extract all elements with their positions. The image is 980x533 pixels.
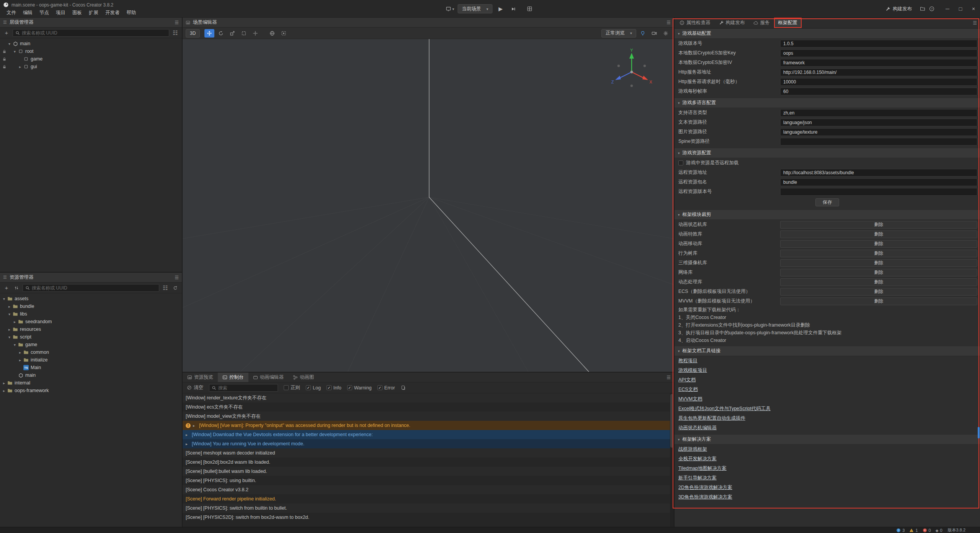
field-input-游戏每秒帧率[interactable] bbox=[780, 88, 977, 95]
menu-item-帮助[interactable]: 帮助 bbox=[123, 9, 140, 17]
play-button[interactable]: ▶ bbox=[496, 4, 505, 13]
field-input-远程资源版本号[interactable] bbox=[780, 188, 977, 196]
camera-settings-button[interactable] bbox=[649, 29, 659, 38]
collapse-arrow-icon[interactable]: ▾ bbox=[7, 312, 12, 316]
console-line[interactable]: [Window] ecs文件夹不存在 bbox=[183, 402, 674, 412]
link-ECS文档[interactable]: ECS文档 bbox=[678, 386, 698, 393]
collapse-arrow-icon[interactable]: ▾ bbox=[7, 335, 12, 339]
collapse-arrow-icon[interactable]: ▾ bbox=[12, 343, 17, 347]
anchor-tool-button[interactable] bbox=[250, 29, 260, 38]
tree-item-root[interactable]: ▾root bbox=[0, 47, 182, 55]
scale-tool-button[interactable] bbox=[227, 29, 237, 38]
console-line[interactable]: [Scene] Cocos Creator v3.8.2 bbox=[183, 485, 674, 494]
scene-viewport[interactable]: Y X Z bbox=[183, 39, 674, 372]
save-button[interactable]: 保存 bbox=[815, 198, 839, 206]
preview-target-button[interactable]: ▾ bbox=[446, 6, 454, 11]
expand-arrow-icon[interactable]: ▸ bbox=[18, 358, 23, 362]
project-folder-button[interactable] bbox=[918, 4, 927, 13]
inspector-tab-构建发布[interactable]: 构建发布 bbox=[715, 18, 749, 28]
section-header-框架解决方案[interactable]: ▾框架解决方案 bbox=[675, 434, 980, 445]
hierarchy-search-input[interactable] bbox=[22, 30, 167, 36]
inspector-tab-属性检查器[interactable]: 属性检查器 bbox=[675, 18, 715, 28]
menu-item-文件[interactable]: 文件 bbox=[3, 9, 20, 17]
link-原生包热更新配置自动生成插件[interactable]: 原生包热更新配置自动生成插件 bbox=[678, 415, 745, 422]
minimize-button[interactable]: ─ bbox=[941, 0, 954, 18]
delete-module-button-三维摄像机库[interactable]: 删除 bbox=[780, 259, 977, 267]
expand-arrow-icon[interactable]: ▸ bbox=[2, 389, 7, 393]
panel-menu-icon[interactable]: ☰ bbox=[973, 20, 980, 26]
menu-item-项目[interactable]: 项目 bbox=[52, 9, 69, 17]
console-tab-动画编辑器[interactable]: 动画编辑器 bbox=[248, 373, 289, 382]
delete-module-button-MVVM（删除后模板项目无法使用）[interactable]: 删除 bbox=[780, 298, 977, 305]
status-info-icon[interactable]: i3 bbox=[896, 528, 905, 533]
expand-arrow-icon[interactable]: ▸ bbox=[193, 423, 198, 428]
rect-tool-button[interactable] bbox=[239, 29, 249, 38]
lighting-toggle-button[interactable] bbox=[638, 29, 648, 38]
inspector-tab-服务[interactable]: 服务 bbox=[749, 18, 774, 28]
field-input-本地数据CryptoES加密IV[interactable] bbox=[780, 59, 977, 67]
expand-arrow-icon[interactable]: ▸ bbox=[2, 381, 7, 385]
expand-arrow-icon[interactable]: ▸ bbox=[186, 442, 190, 446]
build-publish-button[interactable]: 构建发布 bbox=[885, 6, 912, 12]
section-header-游戏基础配置[interactable]: ▾游戏基础配置 bbox=[675, 28, 980, 39]
link-Excel格式转Json文件与TypeScript代码工具[interactable]: Excel格式转Json文件与TypeScript代码工具 bbox=[678, 405, 771, 412]
menu-item-开发者[interactable]: 开发者 bbox=[102, 9, 123, 17]
tree-item-seedrandom[interactable]: ▸seedrandom bbox=[0, 318, 182, 325]
filter-checkbox-Log[interactable]: ✓ bbox=[306, 385, 311, 390]
hierarchy-filter-icon[interactable]: ☷ bbox=[172, 29, 179, 37]
panel-menu-icon[interactable]: ☰ bbox=[666, 375, 674, 380]
lock-icon[interactable] bbox=[2, 57, 7, 61]
delete-module-button-动画特效库[interactable]: 删除 bbox=[780, 231, 977, 238]
console-line[interactable]: ▸[Window] Download the Vue Devtools exte… bbox=[183, 430, 674, 439]
tree-item-gui[interactable]: ▸gui bbox=[0, 63, 182, 70]
section-header-框架文档工具链接[interactable]: ▾框架文档工具链接 bbox=[675, 346, 980, 356]
console-line[interactable]: [Window] render_texture文件夹不存在 bbox=[183, 393, 674, 402]
link-动画状态机编辑器[interactable]: 动画状态机编辑器 bbox=[678, 425, 717, 431]
rotate-tool-button[interactable] bbox=[216, 29, 226, 38]
console-line[interactable]: [Scene] [PHYSICS]: switch from builtin t… bbox=[183, 504, 674, 513]
inspector-tab-框架配置[interactable]: 框架配置 bbox=[774, 18, 802, 28]
link-战棋游戏框架[interactable]: 战棋游戏框架 bbox=[678, 446, 707, 453]
assets-search-input[interactable] bbox=[32, 285, 157, 291]
field-input-支持语言类型[interactable] bbox=[780, 109, 977, 117]
step-button[interactable] bbox=[509, 4, 518, 13]
field-input-Http服务器请求超时（毫秒）[interactable] bbox=[780, 78, 977, 86]
console-tab-动画图[interactable]: 动画图 bbox=[288, 373, 319, 382]
lock-icon[interactable] bbox=[2, 49, 7, 54]
field-input-本地数据CryptoES加密Key[interactable] bbox=[780, 49, 977, 57]
field-input-文本资源路径[interactable] bbox=[780, 119, 977, 126]
scrollbar-thumb[interactable] bbox=[978, 427, 980, 438]
link-游戏模板项目[interactable]: 游戏模板项目 bbox=[678, 367, 707, 374]
delete-module-button-动画状态机库[interactable]: 删除 bbox=[780, 221, 977, 229]
delete-module-button-行为树库[interactable]: 删除 bbox=[780, 250, 977, 257]
lock-icon[interactable] bbox=[2, 65, 7, 69]
menu-item-节点[interactable]: 节点 bbox=[36, 9, 52, 17]
filter-checkbox-Warning[interactable]: ✓ bbox=[347, 385, 352, 390]
maximize-button[interactable]: □ bbox=[954, 0, 967, 18]
assets-filter-icon[interactable]: ☷ bbox=[162, 284, 169, 292]
console-line[interactable]: [Window] model_view文件夹不存在 bbox=[183, 412, 674, 421]
section-header-游戏多语言配置[interactable]: ▾游戏多语言配置 bbox=[675, 98, 980, 108]
refresh-icon[interactable] bbox=[172, 284, 179, 292]
axis-gizmo[interactable]: Y X Z bbox=[609, 48, 655, 90]
delete-module-button-ECS（删除后模板项目无法使用）[interactable]: 删除 bbox=[780, 288, 977, 296]
clear-console-button[interactable]: 清空 bbox=[187, 384, 203, 391]
link-全栈开发解决方案[interactable]: 全栈开发解决方案 bbox=[678, 456, 717, 462]
tree-item-main[interactable]: main bbox=[0, 371, 182, 379]
field-input-图片资源路径[interactable] bbox=[780, 128, 977, 136]
field-input-远程资源包名[interactable] bbox=[780, 178, 977, 186]
status-error-icon[interactable]: ×0 bbox=[923, 528, 931, 533]
console-tab-资源预览[interactable]: 资源预览 bbox=[183, 373, 218, 382]
filter-checkbox-Info[interactable]: ✓ bbox=[327, 385, 332, 390]
console-line[interactable]: ▸[Window] You are running Vue in develop… bbox=[183, 439, 674, 448]
console-search-input[interactable] bbox=[218, 385, 275, 391]
console-line[interactable]: [Scene] Forward render pipeline initiali… bbox=[183, 494, 674, 504]
link-Tiledmap地图解决方案[interactable]: Tiledmap地图解决方案 bbox=[678, 465, 727, 472]
tree-item-resources[interactable]: ▸resources bbox=[0, 325, 182, 333]
link-新手引导解决方案[interactable]: 新手引导解决方案 bbox=[678, 475, 717, 481]
link-2D角色扮演游戏解决方案[interactable]: 2D角色扮演游戏解决方案 bbox=[678, 484, 732, 491]
link-API文档[interactable]: API文档 bbox=[678, 377, 696, 383]
panel-menu-icon[interactable]: ☰ bbox=[175, 275, 179, 280]
console-tab-控制台[interactable]: 控制台 bbox=[218, 373, 248, 382]
copy-log-button[interactable] bbox=[401, 385, 406, 390]
